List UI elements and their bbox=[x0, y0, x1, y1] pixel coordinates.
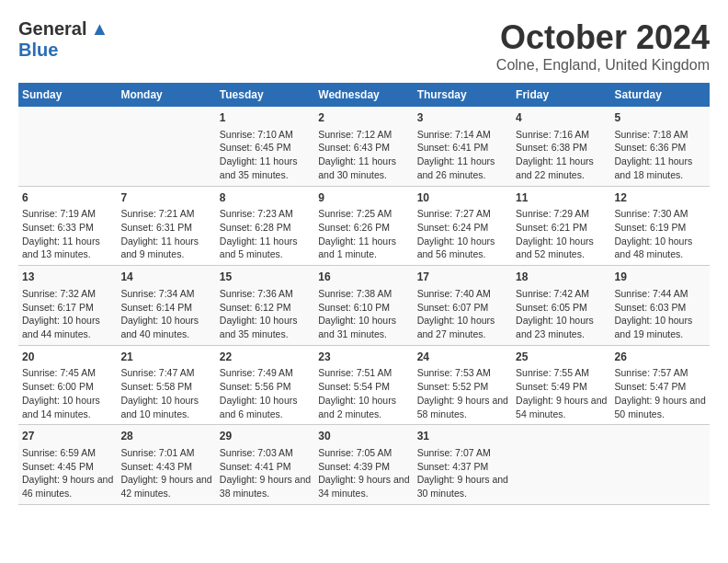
calendar-cell: 9 Sunrise: 7:25 AM Sunset: 6:26 PM Dayli… bbox=[314, 186, 413, 266]
sunrise-text: Sunrise: 7:32 AM bbox=[22, 288, 96, 299]
day-number: 18 bbox=[516, 270, 607, 285]
month-title: October 2024 bbox=[496, 18, 710, 57]
daylight-text: Daylight: 10 hours and 2 minutes. bbox=[318, 395, 396, 419]
day-number: 16 bbox=[318, 270, 409, 285]
sunset-text: Sunset: 6:24 PM bbox=[417, 222, 489, 233]
sunset-text: Sunset: 6:00 PM bbox=[22, 381, 94, 392]
day-number: 26 bbox=[615, 350, 706, 365]
day-number: 19 bbox=[615, 270, 706, 285]
col-wednesday: Wednesday bbox=[314, 83, 413, 107]
sunrise-text: Sunrise: 6:59 AM bbox=[22, 447, 96, 458]
calendar-cell: 20 Sunrise: 7:45 AM Sunset: 6:00 PM Dayl… bbox=[18, 345, 117, 425]
sunset-text: Sunset: 4:39 PM bbox=[318, 461, 390, 472]
calendar-cell: 7 Sunrise: 7:21 AM Sunset: 6:31 PM Dayli… bbox=[117, 186, 215, 266]
calendar-cell bbox=[611, 425, 710, 505]
sunrise-text: Sunrise: 7:47 AM bbox=[120, 367, 194, 378]
calendar-week-row: 1 Sunrise: 7:10 AM Sunset: 6:45 PM Dayli… bbox=[18, 107, 710, 186]
sunset-text: Sunset: 6:28 PM bbox=[220, 222, 291, 233]
day-number: 2 bbox=[318, 110, 409, 126]
sunrise-text: Sunrise: 7:49 AM bbox=[220, 367, 293, 378]
sunrise-text: Sunrise: 7:53 AM bbox=[417, 367, 491, 378]
sunset-text: Sunset: 6:26 PM bbox=[318, 222, 390, 233]
day-number: 22 bbox=[220, 350, 311, 365]
sunrise-text: Sunrise: 7:51 AM bbox=[318, 367, 392, 378]
sunrise-text: Sunrise: 7:57 AM bbox=[615, 367, 688, 378]
day-number: 7 bbox=[120, 190, 211, 206]
day-number: 17 bbox=[417, 270, 508, 285]
daylight-text: Daylight: 10 hours and 56 minutes. bbox=[417, 236, 495, 260]
calendar-cell: 10 Sunrise: 7:27 AM Sunset: 6:24 PM Dayl… bbox=[414, 186, 512, 266]
sunrise-text: Sunrise: 7:23 AM bbox=[220, 208, 293, 219]
daylight-text: Daylight: 9 hours and 50 minutes. bbox=[615, 395, 706, 419]
calendar-cell: 8 Sunrise: 7:23 AM Sunset: 6:28 PM Dayli… bbox=[216, 186, 314, 266]
sunrise-text: Sunrise: 7:45 AM bbox=[22, 367, 96, 378]
calendar-cell: 28 Sunrise: 7:01 AM Sunset: 4:43 PM Dayl… bbox=[117, 425, 215, 505]
sunset-text: Sunset: 6:14 PM bbox=[120, 302, 192, 313]
daylight-text: Daylight: 10 hours and 19 minutes. bbox=[615, 315, 693, 339]
calendar-cell: 15 Sunrise: 7:36 AM Sunset: 6:12 PM Dayl… bbox=[216, 266, 314, 346]
calendar-cell: 4 Sunrise: 7:16 AM Sunset: 6:38 PM Dayli… bbox=[512, 107, 610, 186]
sunrise-text: Sunrise: 7:38 AM bbox=[318, 288, 392, 299]
day-number: 13 bbox=[22, 270, 113, 285]
col-saturday: Saturday bbox=[611, 83, 710, 107]
sunset-text: Sunset: 4:43 PM bbox=[120, 461, 192, 472]
calendar-cell: 25 Sunrise: 7:55 AM Sunset: 5:49 PM Dayl… bbox=[512, 345, 610, 425]
daylight-text: Daylight: 11 hours and 5 minutes. bbox=[220, 236, 298, 260]
sunset-text: Sunset: 6:33 PM bbox=[22, 222, 94, 233]
daylight-text: Daylight: 10 hours and 23 minutes. bbox=[516, 315, 594, 339]
daylight-text: Daylight: 11 hours and 13 minutes. bbox=[22, 236, 100, 260]
daylight-text: Daylight: 10 hours and 6 minutes. bbox=[220, 395, 298, 419]
header: General ▲ Blue October 2024 Colne, Engla… bbox=[18, 18, 710, 74]
daylight-text: Daylight: 11 hours and 30 minutes. bbox=[318, 155, 396, 180]
calendar-cell: 29 Sunrise: 7:03 AM Sunset: 4:41 PM Dayl… bbox=[216, 425, 314, 505]
sunset-text: Sunset: 6:45 PM bbox=[220, 142, 291, 153]
calendar-cell: 24 Sunrise: 7:53 AM Sunset: 5:52 PM Dayl… bbox=[414, 345, 512, 425]
daylight-text: Daylight: 10 hours and 52 minutes. bbox=[516, 236, 594, 260]
day-number: 20 bbox=[22, 350, 113, 365]
logo-bird-icon: ▲ bbox=[90, 18, 108, 40]
sunrise-text: Sunrise: 7:34 AM bbox=[120, 288, 194, 299]
sunset-text: Sunset: 6:38 PM bbox=[516, 142, 587, 153]
day-number: 10 bbox=[417, 190, 508, 206]
day-number: 30 bbox=[318, 429, 409, 444]
sunrise-text: Sunrise: 7:18 AM bbox=[615, 129, 688, 140]
day-number: 4 bbox=[516, 110, 607, 126]
day-number: 27 bbox=[22, 429, 113, 444]
sunset-text: Sunset: 6:05 PM bbox=[516, 302, 587, 313]
sunrise-text: Sunrise: 7:27 AM bbox=[417, 208, 491, 219]
col-thursday: Thursday bbox=[414, 83, 512, 107]
day-number: 31 bbox=[417, 429, 508, 444]
sunrise-text: Sunrise: 7:03 AM bbox=[220, 447, 293, 458]
sunset-text: Sunset: 5:52 PM bbox=[417, 381, 489, 392]
calendar-cell: 14 Sunrise: 7:34 AM Sunset: 6:14 PM Dayl… bbox=[117, 266, 215, 346]
sunrise-text: Sunrise: 7:07 AM bbox=[417, 447, 491, 458]
day-number: 25 bbox=[516, 350, 607, 365]
daylight-text: Daylight: 10 hours and 40 minutes. bbox=[120, 315, 199, 339]
calendar-cell: 12 Sunrise: 7:30 AM Sunset: 6:19 PM Dayl… bbox=[611, 186, 710, 266]
title-section: October 2024 Colne, England, United King… bbox=[496, 18, 710, 74]
calendar-cell: 13 Sunrise: 7:32 AM Sunset: 6:17 PM Dayl… bbox=[18, 266, 117, 346]
calendar-table: Sunday Monday Tuesday Wednesday Thursday… bbox=[18, 83, 710, 505]
calendar-cell: 11 Sunrise: 7:29 AM Sunset: 6:21 PM Dayl… bbox=[512, 186, 610, 266]
sunset-text: Sunset: 6:31 PM bbox=[120, 222, 192, 233]
sunrise-text: Sunrise: 7:01 AM bbox=[120, 447, 194, 458]
sunrise-text: Sunrise: 7:36 AM bbox=[220, 288, 293, 299]
sunset-text: Sunset: 4:41 PM bbox=[220, 461, 291, 472]
sunset-text: Sunset: 5:49 PM bbox=[516, 381, 587, 392]
day-number: 5 bbox=[615, 110, 706, 126]
calendar-cell: 6 Sunrise: 7:19 AM Sunset: 6:33 PM Dayli… bbox=[18, 186, 117, 266]
daylight-text: Daylight: 10 hours and 14 minutes. bbox=[22, 395, 100, 419]
sunrise-text: Sunrise: 7:40 AM bbox=[417, 288, 491, 299]
calendar-cell: 16 Sunrise: 7:38 AM Sunset: 6:10 PM Dayl… bbox=[314, 266, 413, 346]
daylight-text: Daylight: 9 hours and 58 minutes. bbox=[417, 395, 508, 419]
calendar-cell: 5 Sunrise: 7:18 AM Sunset: 6:36 PM Dayli… bbox=[611, 107, 710, 186]
calendar-week-row: 27 Sunrise: 6:59 AM Sunset: 4:45 PM Dayl… bbox=[18, 425, 710, 505]
daylight-text: Daylight: 9 hours and 38 minutes. bbox=[220, 474, 311, 499]
daylight-text: Daylight: 9 hours and 42 minutes. bbox=[120, 474, 211, 499]
daylight-text: Daylight: 11 hours and 9 minutes. bbox=[120, 236, 199, 260]
daylight-text: Daylight: 11 hours and 26 minutes. bbox=[417, 155, 495, 180]
daylight-text: Daylight: 9 hours and 30 minutes. bbox=[417, 474, 508, 499]
sunrise-text: Sunrise: 7:19 AM bbox=[22, 208, 96, 219]
daylight-text: Daylight: 10 hours and 48 minutes. bbox=[615, 236, 693, 260]
calendar-cell: 26 Sunrise: 7:57 AM Sunset: 5:47 PM Dayl… bbox=[611, 345, 710, 425]
